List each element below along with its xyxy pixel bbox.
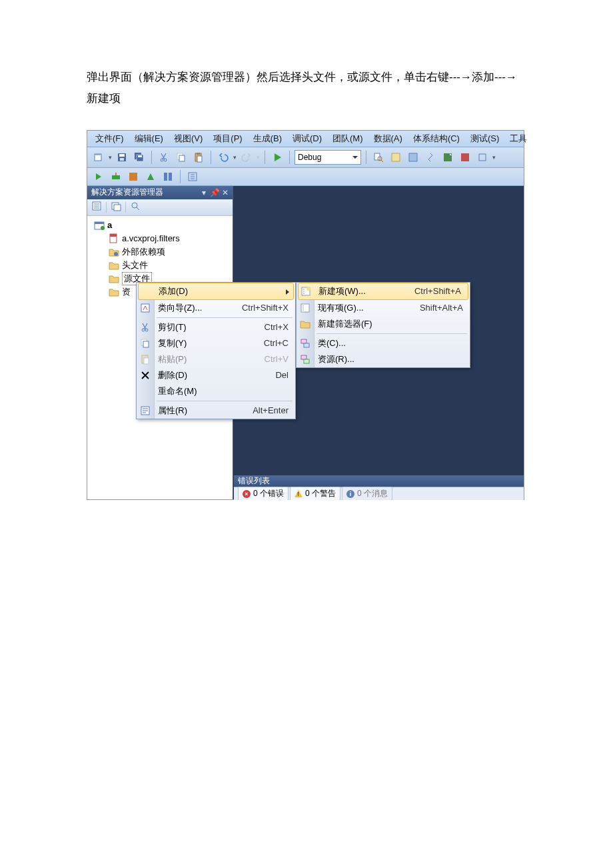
cm-paste: 粘贴(P) Ctrl+V (137, 351, 295, 367)
cut-icon[interactable] (157, 150, 171, 165)
cm-new-item[interactable]: 新建项(W)... Ctrl+Shift+A (298, 283, 468, 300)
tree-item-headers[interactable]: 头文件 (89, 259, 231, 272)
panel-pin-icon[interactable]: 📌 (210, 188, 219, 197)
copy-icon (140, 338, 151, 349)
cm-separator (157, 317, 293, 318)
tb-icon-6[interactable] (458, 150, 472, 165)
menu-build[interactable]: 生成(B) (248, 131, 287, 146)
wizard-icon (140, 303, 151, 313)
project-node[interactable]: a (89, 219, 231, 232)
standard-toolbar: ▾ (87, 147, 524, 168)
paste-icon[interactable] (191, 150, 206, 165)
save-all-icon[interactable] (132, 150, 147, 165)
menu-arch[interactable]: 体系结构(C) (408, 131, 465, 146)
menubar: 文件(F) 编辑(E) 视图(V) 项目(P) 生成(B) 调试(D) 团队(M… (87, 131, 524, 147)
svg-rect-49 (301, 355, 306, 359)
se-properties-icon[interactable] (91, 201, 102, 213)
cm-rename[interactable]: 重命名(M) (137, 383, 295, 399)
svg-rect-24 (169, 173, 172, 181)
menu-project[interactable]: 项目(P) (208, 131, 247, 146)
menu-file[interactable]: 文件(F) (90, 131, 129, 146)
filter-file-icon (109, 233, 119, 244)
tb2-icon-6[interactable] (185, 169, 200, 184)
menu-tools[interactable]: 工具 (504, 131, 532, 146)
cm-new-filter[interactable]: 新建筛选器(F) (297, 316, 470, 332)
tb-icon-7[interactable] (475, 150, 490, 165)
svg-rect-6 (138, 155, 142, 157)
class-icon (300, 338, 310, 349)
new-item-icon (301, 286, 311, 297)
cm-separator (316, 333, 467, 334)
svg-point-8 (164, 159, 167, 161)
cm-properties[interactable]: 属性(R) Alt+Enter (137, 403, 295, 419)
cm-class-wizard[interactable]: 类向导(Z)... Ctrl+Shift+X (137, 300, 295, 316)
svg-point-29 (132, 203, 137, 208)
step-into-icon[interactable] (109, 169, 123, 184)
cm-delete[interactable]: 删除(D) Del (137, 367, 295, 383)
se-view-code-icon[interactable] (130, 201, 141, 213)
menu-edit[interactable]: 编辑(E) (129, 131, 169, 146)
resource-icon (300, 354, 310, 365)
cut-icon (140, 322, 151, 333)
copy-icon[interactable] (174, 150, 189, 165)
menu-test[interactable]: 测试(S) (465, 131, 504, 146)
cm-existing-item[interactable]: 现有项(G)... Shift+Alt+A (297, 300, 470, 316)
project-icon (94, 220, 105, 231)
svg-rect-13 (197, 156, 202, 162)
svg-point-7 (161, 159, 163, 161)
tb2-icon-3[interactable] (126, 169, 141, 184)
svg-rect-12 (197, 153, 200, 155)
solution-explorer-toolbar (87, 199, 233, 216)
find-in-files-icon[interactable] (371, 150, 386, 165)
svg-rect-48 (304, 343, 309, 347)
cm-resource[interactable]: 资源(R)... (297, 351, 470, 367)
tb-icon-2[interactable] (388, 150, 403, 165)
external-deps-icon (109, 247, 119, 257)
svg-rect-2 (119, 154, 125, 157)
cm-copy[interactable]: 复制(Y) Ctrl+C (137, 335, 295, 351)
svg-point-32 (101, 226, 105, 230)
svg-rect-47 (301, 339, 306, 343)
svg-rect-36 (141, 304, 149, 312)
info-icon: i (346, 490, 354, 498)
panel-close-icon[interactable]: ✕ (221, 188, 230, 197)
save-icon[interactable] (115, 150, 129, 165)
menu-data[interactable]: 数据(A) (368, 131, 408, 146)
svg-rect-40 (143, 341, 149, 347)
svg-point-45 (306, 287, 310, 291)
submenu-arrow-icon (286, 289, 289, 295)
errors-tab[interactable]: × 0 个错误 (238, 487, 289, 500)
new-project-icon[interactable] (91, 150, 106, 165)
svg-rect-10 (179, 155, 185, 161)
solution-explorer-title: 解决方案资源管理器 (91, 187, 163, 198)
tb-icon-4[interactable] (423, 150, 438, 165)
menu-view[interactable]: 视图(V) (169, 131, 208, 146)
svg-rect-46 (301, 304, 309, 312)
properties-icon (140, 405, 151, 416)
undo-icon[interactable] (216, 150, 231, 165)
menu-debug[interactable]: 调试(D) (287, 131, 327, 146)
start-debug-icon[interactable] (270, 150, 285, 165)
warning-icon (295, 490, 303, 497)
tb-icon-3[interactable] (406, 150, 420, 165)
redo-icon[interactable] (239, 150, 254, 165)
svg-rect-28 (114, 205, 121, 211)
cm-class[interactable]: 类(C)... (297, 335, 470, 351)
se-show-all-icon[interactable] (111, 201, 121, 213)
step-over-icon[interactable] (91, 169, 106, 184)
menu-team[interactable]: 团队(M) (327, 131, 368, 146)
delete-icon (140, 370, 151, 381)
tb2-icon-4[interactable] (143, 169, 158, 184)
warnings-tab[interactable]: 0 个警告 (290, 487, 340, 500)
tb-icon-5[interactable] (440, 150, 455, 165)
panel-dropdown-icon[interactable]: ▾ (199, 188, 209, 197)
tb2-icon-5[interactable] (161, 169, 175, 184)
cm-cut[interactable]: 剪切(T) Ctrl+X (137, 319, 295, 335)
cm-add[interactable]: 添加(D) (138, 283, 294, 300)
tree-item-external[interactable]: 外部依赖项 (89, 245, 231, 259)
messages-tab[interactable]: i 0 个消息 (342, 487, 392, 500)
configuration-dropdown[interactable]: Debug (295, 150, 361, 165)
folder-icon (109, 287, 119, 297)
tree-item-filters[interactable]: a.vcxproj.filters (89, 232, 231, 245)
context-menu-add: 新建项(W)... Ctrl+Shift+A 现有项(G)... Shift+A… (296, 282, 470, 368)
